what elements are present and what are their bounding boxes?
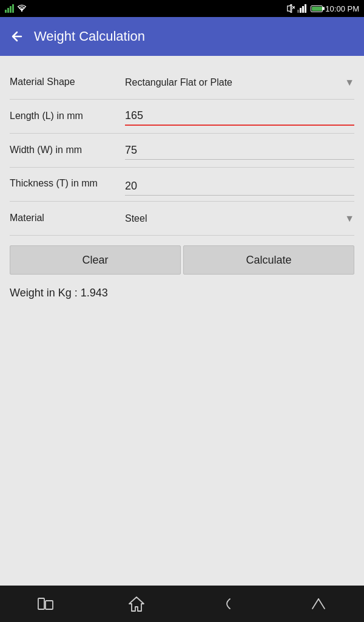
svg-line-15 — [318, 599, 325, 609]
status-bar-left — [5, 4, 27, 13]
svg-rect-12 — [46, 601, 53, 609]
svg-point-4 — [21, 10, 22, 12]
recent-icon — [37, 597, 54, 610]
material-dropdown[interactable]: Steel ▼ — [125, 213, 354, 224]
svg-rect-11 — [38, 598, 44, 609]
width-label: Width (W) in mm — [10, 144, 125, 157]
nav-up-button[interactable] — [300, 592, 337, 616]
nav-back-button[interactable] — [209, 592, 246, 616]
nav-home-button[interactable] — [118, 592, 155, 616]
material-shape-label: Material Shape — [10, 76, 125, 89]
length-row: Length (L) in mm — [10, 100, 354, 134]
svg-rect-7 — [297, 10, 299, 13]
svg-rect-3 — [12, 4, 14, 13]
svg-rect-2 — [10, 6, 12, 13]
dropdown-arrow-icon: ▼ — [345, 77, 354, 88]
toolbar: Weight Calculation — [0, 17, 364, 56]
mute-icon — [286, 4, 295, 13]
material-label: Material — [10, 212, 125, 225]
wifi-icon — [17, 4, 27, 13]
signal-icon — [5, 4, 15, 13]
page-title: Weight Calculation — [34, 29, 145, 44]
back-button[interactable] — [10, 29, 24, 44]
signal-bars-icon — [297, 4, 308, 13]
calculate-button[interactable]: Calculate — [183, 245, 354, 275]
nav-recent-button[interactable] — [27, 592, 64, 616]
svg-rect-0 — [5, 10, 7, 13]
material-shape-dropdown[interactable]: Rectangular Flat or Plate ▼ — [125, 77, 354, 88]
material-dropdown-arrow-icon: ▼ — [345, 213, 354, 224]
material-shape-row: Material Shape Rectangular Flat or Plate… — [10, 66, 354, 100]
time-display: 10:00 PM — [325, 4, 359, 13]
svg-line-14 — [312, 599, 318, 609]
result-display: Weight in Kg : 1.943 — [10, 284, 354, 302]
svg-marker-13 — [129, 597, 144, 611]
nav-bar — [0, 586, 364, 622]
main-content: Material Shape Rectangular Flat or Plate… — [0, 56, 364, 586]
width-row: Width (W) in mm — [10, 134, 354, 168]
svg-rect-8 — [300, 8, 302, 13]
thickness-input[interactable] — [125, 177, 354, 196]
result-label: Weight in Kg : 1.943 — [10, 287, 108, 299]
material-shape-value: Rectangular Flat or Plate — [125, 77, 345, 88]
status-bar: 10:00 PM — [0, 0, 364, 17]
status-bar-right: 10:00 PM — [286, 4, 359, 13]
thickness-label: Thickness (T) in mm — [10, 175, 125, 190]
up-icon — [310, 595, 327, 612]
material-row: Material Steel ▼ — [10, 202, 354, 236]
material-value: Steel — [125, 213, 345, 224]
clear-button[interactable]: Clear — [10, 245, 181, 275]
home-icon — [128, 595, 145, 612]
svg-rect-9 — [302, 6, 304, 13]
thickness-row: Thickness (T) in mm — [10, 168, 354, 202]
width-input[interactable] — [125, 142, 354, 160]
nav-back-icon — [219, 595, 236, 612]
svg-rect-10 — [305, 4, 306, 13]
action-buttons: Clear Calculate — [10, 245, 354, 275]
svg-rect-1 — [7, 8, 9, 13]
length-label: Length (L) in mm — [10, 110, 125, 123]
length-input[interactable] — [125, 107, 354, 126]
battery-icon — [311, 5, 323, 12]
